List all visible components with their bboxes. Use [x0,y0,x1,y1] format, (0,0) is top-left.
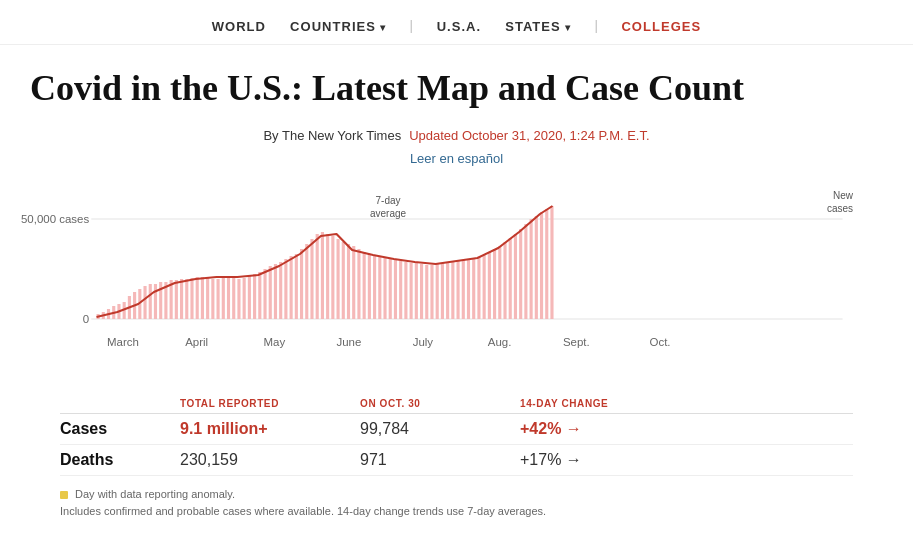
svg-text:Oct.: Oct. [650,336,671,348]
svg-rect-70 [399,261,402,319]
svg-rect-57 [331,236,334,319]
svg-text:50,000 cases: 50,000 cases [21,213,90,225]
svg-rect-90 [503,242,506,319]
svg-rect-31 [196,277,199,319]
stats-header-total: TOTAL REPORTED [180,398,360,409]
cases-change: +42% [520,420,680,438]
svg-rect-61 [352,246,355,319]
nav-world[interactable]: WORLD [212,19,266,34]
svg-rect-22 [149,284,152,319]
svg-rect-51 [300,249,303,319]
svg-rect-72 [410,263,413,319]
svg-rect-95 [530,219,533,319]
svg-rect-47 [279,262,282,319]
nav-divider: | [410,18,413,34]
svg-rect-82 [462,260,465,319]
chart-section: 7-dayaverage Newcases 50,000 cases 0 Mar… [0,174,913,384]
svg-rect-36 [222,278,225,319]
nav-usa[interactable]: U.S.A. [437,19,482,34]
byline-updated: Updated October 31, 2020, 1:24 P.M. E.T. [409,128,649,143]
nav-colleges[interactable]: COLLEGES [621,19,701,34]
cases-daily: 99,784 [360,420,520,438]
svg-rect-56 [326,234,329,319]
svg-rect-35 [217,279,220,319]
svg-text:March: March [107,336,139,348]
deaths-label: Deaths [60,451,180,469]
deaths-total: 230,159 [180,451,360,469]
svg-rect-59 [342,242,345,319]
svg-rect-84 [472,258,475,319]
svg-rect-67 [383,257,386,319]
byline-author: By The New York Times [263,128,401,143]
svg-rect-44 [263,269,266,319]
navigation: WORLD COUNTRIES | U.S.A. STATES | COLLEG… [0,0,913,45]
svg-rect-58 [337,239,340,319]
svg-rect-54 [316,234,319,319]
svg-rect-77 [436,264,439,319]
svg-rect-66 [378,257,381,319]
chart-svg: 50,000 cases 0 March April May June July… [60,184,853,354]
svg-rect-91 [509,238,512,319]
svg-rect-83 [467,259,470,319]
stats-table: TOTAL REPORTED ON OCT. 30 14-DAY CHANGE … [60,394,853,476]
svg-rect-37 [227,277,230,319]
nav-countries[interactable]: COUNTRIES [290,19,386,34]
svg-text:May: May [263,336,285,348]
cases-label: Cases [60,420,180,438]
svg-rect-88 [493,249,496,319]
svg-rect-96 [535,216,538,319]
svg-text:April: April [185,336,208,348]
svg-rect-46 [274,264,277,319]
svg-rect-81 [457,261,460,319]
svg-rect-49 [290,256,293,319]
svg-rect-93 [519,229,522,319]
svg-rect-74 [420,264,423,319]
svg-rect-21 [143,286,146,319]
svg-rect-53 [310,239,313,319]
svg-text:Aug.: Aug. [488,336,512,348]
chart-label-newcases: Newcases [827,189,853,215]
svg-rect-92 [514,234,517,319]
svg-rect-43 [258,272,261,319]
svg-rect-30 [190,278,193,319]
svg-rect-85 [477,257,480,319]
svg-rect-50 [295,254,298,319]
svg-rect-48 [284,259,287,319]
svg-rect-41 [248,276,251,319]
svg-rect-28 [180,279,183,319]
svg-rect-78 [441,263,444,319]
footnote-includes: Includes confirmed and probable cases wh… [60,503,853,520]
svg-rect-65 [373,256,376,319]
svg-rect-33 [206,278,209,319]
page-title: Covid in the U.S.: Latest Map and Case C… [0,57,913,120]
svg-rect-62 [357,249,360,319]
svg-rect-64 [368,254,371,319]
svg-rect-94 [524,224,527,319]
svg-rect-52 [305,244,308,319]
svg-rect-23 [154,284,157,319]
footnote-includes-text: Includes confirmed and probable cases wh… [60,505,546,517]
deaths-change: +17% [520,451,680,469]
footnote-anomaly-text: Day with data reporting anomaly. [75,488,235,500]
nav-states[interactable]: STATES [505,19,570,34]
svg-rect-40 [243,278,246,319]
svg-rect-69 [394,260,397,319]
svg-rect-39 [237,279,240,319]
svg-rect-55 [321,232,324,319]
svg-rect-63 [363,252,366,319]
footnote-dot [60,491,68,499]
svg-rect-27 [175,280,178,319]
svg-rect-32 [201,277,204,319]
svg-rect-80 [451,262,454,319]
svg-rect-99 [550,206,553,319]
stats-header-empty [60,398,180,409]
svg-text:June: June [337,336,362,348]
svg-rect-76 [430,265,433,319]
svg-text:July: July [413,336,434,348]
svg-rect-87 [488,252,491,319]
byline: By The New York Times Updated October 31… [0,120,913,147]
leer-link[interactable]: Leer en español [0,147,913,174]
svg-rect-97 [540,212,543,319]
footnotes: Day with data reporting anomaly. Include… [60,486,853,519]
svg-rect-98 [545,209,548,319]
